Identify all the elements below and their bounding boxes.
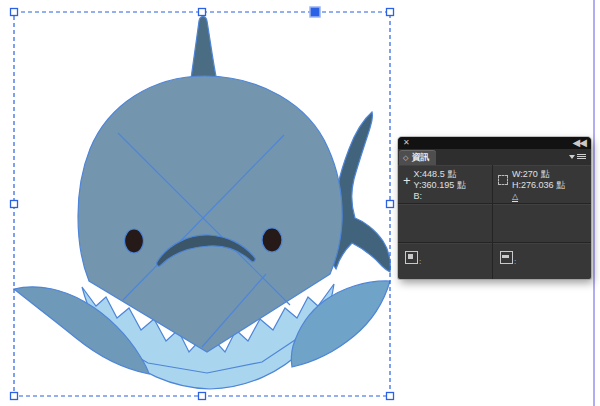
angle-icon: △ [512, 193, 518, 202]
selection-handle[interactable] [387, 9, 394, 16]
info-panel: ✕ ◀◀ ◇ 資訊 + X:448.5點 [398, 137, 591, 279]
empty-cell [398, 204, 493, 243]
close-icon[interactable]: ✕ [403, 138, 410, 148]
dimensions-cell: W:270點 H:276.036點 △ [493, 165, 591, 204]
crosshair-icon: + [403, 175, 411, 202]
shark-illustration[interactable] [14, 17, 390, 390]
cursor-position-cell: + X:448.5點 Y:360.195點 B: [398, 165, 493, 204]
selection-handle[interactable] [11, 201, 18, 208]
right-fin[interactable] [291, 281, 390, 367]
application-canvas: ✕ ◀◀ ◇ 資訊 + X:448.5點 [0, 0, 600, 406]
tab-info-label: 資訊 [411, 151, 429, 164]
right-eye[interactable] [262, 228, 282, 252]
selection-handle[interactable] [11, 393, 18, 400]
b-line: B: [414, 191, 467, 202]
selection-handle[interactable] [387, 393, 394, 400]
dimension-values: W:270點 H:276.036點 △ [512, 169, 566, 202]
info-panel-content: + X:448.5點 Y:360.195點 B: [398, 165, 591, 279]
fill-swatch-colon: : [419, 256, 421, 267]
collapse-panel-icon[interactable]: ◀◀ [573, 137, 586, 148]
selection-handle[interactable] [11, 9, 18, 16]
y-line: Y:360.195點 [414, 180, 467, 191]
selection-handle[interactable] [199, 9, 206, 16]
cursor-position-values: X:448.5點 Y:360.195點 B: [414, 169, 467, 202]
panel-menu-icon[interactable] [569, 153, 586, 160]
stroke-swatch-colon: : [514, 256, 516, 267]
bounding-box-icon [498, 175, 508, 185]
panel-titlebar[interactable]: ✕ ◀◀ [398, 137, 591, 149]
fill-color-cell: : [398, 243, 493, 279]
guide-line [593, 0, 595, 406]
panel-tab-row: ◇ 資訊 [398, 149, 591, 165]
menu-triangle-icon [569, 155, 575, 159]
w-line: W:270點 [512, 169, 566, 180]
stroke-color-cell: : [493, 243, 591, 279]
selected-anchor-point[interactable] [310, 7, 320, 17]
empty-cell [493, 204, 591, 243]
menu-bars-icon [577, 153, 586, 160]
selection-handle[interactable] [387, 201, 394, 208]
selection-handle[interactable] [199, 393, 206, 400]
h-line: H:276.036點 [512, 180, 566, 191]
left-eye[interactable] [125, 229, 144, 253]
panel-toggle-icon: ◇ [403, 154, 408, 162]
fill-swatch-icon [405, 251, 418, 264]
stroke-swatch-icon [500, 251, 513, 264]
tab-info[interactable]: ◇ 資訊 [399, 150, 436, 165]
x-line: X:448.5點 [414, 169, 467, 180]
